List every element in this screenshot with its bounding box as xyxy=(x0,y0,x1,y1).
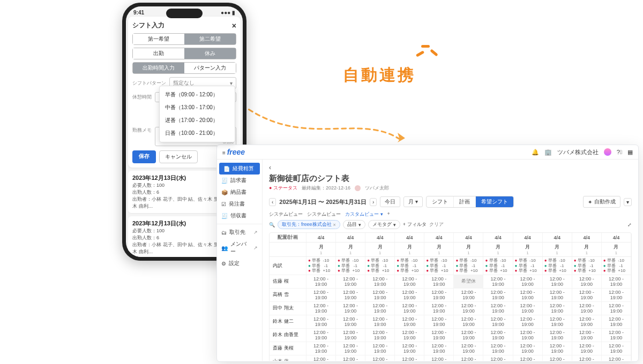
cancel-button[interactable]: キャンセル xyxy=(159,150,198,163)
time-cell[interactable]: 12:00 -19:00 xyxy=(424,315,454,328)
time-cell[interactable]: 12:00 -19:00 xyxy=(601,328,631,342)
auto-create-button[interactable]: ✦自動作成 xyxy=(583,196,620,208)
back-button[interactable]: ‹ xyxy=(269,164,632,171)
view-link-active[interactable]: カスタムビュー ▾ xyxy=(345,211,383,218)
time-cell[interactable]: 12:00 -19:00 xyxy=(513,275,542,288)
search-icon[interactable]: 🔍 xyxy=(269,222,275,228)
time-cell[interactable]: 12:00 -19:00 xyxy=(454,328,483,342)
time-cell[interactable]: 12:00 -19:00 xyxy=(365,301,395,315)
time-cell[interactable]: 12:00 -19:00 xyxy=(424,275,454,288)
sidebar-item-receipt[interactable]: 🧾 領収書 xyxy=(217,210,262,222)
sidebar-item-order[interactable]: ☑ 発注書 xyxy=(217,198,262,210)
time-cell[interactable]: 12:00 -19:00 xyxy=(365,342,395,355)
pattern-option[interactable]: 遅番（17:00 - 20:00） xyxy=(160,114,235,127)
time-cell[interactable]: 12:00 -19:00 xyxy=(336,315,365,328)
time-cell[interactable]: 12:00 -19:00 xyxy=(424,355,454,361)
time-cell[interactable]: 12:00 -19:00 xyxy=(336,275,365,288)
seg-mode-1[interactable]: 出勤時間入力 xyxy=(133,63,184,73)
time-cell[interactable]: 12:00 -19:00 xyxy=(454,355,483,361)
tab-plan[interactable]: 計画 xyxy=(454,196,476,207)
expand-icon[interactable]: ⤢ xyxy=(627,222,632,228)
pattern-dropdown[interactable]: 早番（09:00 - 12:00） 中番（13:00 - 17:00） 遅番（1… xyxy=(159,86,235,142)
time-cell[interactable]: 12:00 -19:00 xyxy=(395,288,424,301)
wish-cell[interactable]: 希望休 xyxy=(454,275,483,288)
sidebar-item-delivery[interactable]: 📦 納品書 xyxy=(217,186,262,198)
time-cell[interactable]: 12:00 -19:00 xyxy=(483,355,513,361)
save-button[interactable]: 保存 xyxy=(132,150,156,163)
sidebar-item-expense[interactable]: 📄 経費精算 xyxy=(219,163,260,175)
bell-icon[interactable]: 🔔 xyxy=(532,149,539,156)
pattern-option[interactable]: 中番（13:00 - 17:00） xyxy=(160,101,235,114)
time-cell[interactable]: 12:00 -19:00 xyxy=(542,288,572,301)
time-cell[interactable]: 12:00 -19:00 xyxy=(572,328,601,342)
time-cell[interactable]: 12:00 -19:00 xyxy=(513,288,542,301)
add-filter[interactable]: + フィルタ xyxy=(403,221,427,228)
view-link[interactable]: システムビュー xyxy=(307,211,341,218)
time-cell[interactable]: 12:00 -19:00 xyxy=(542,355,572,361)
time-cell[interactable]: 12:00 -19:00 xyxy=(454,301,483,315)
time-cell[interactable]: 12:00 -19:00 xyxy=(542,328,572,342)
hamburger-icon[interactable]: ≡ freee xyxy=(222,148,245,156)
time-cell[interactable]: 12:00 -19:00 xyxy=(483,315,513,328)
time-cell[interactable]: 12:00 -19:00 xyxy=(513,315,542,328)
time-cell[interactable]: 12:00 -19:00 xyxy=(306,288,336,301)
chip-memo[interactable]: メモタグ ▾ xyxy=(368,220,400,229)
time-cell[interactable]: 12:00 -19:00 xyxy=(306,328,336,342)
time-cell[interactable]: 12:00 -19:00 xyxy=(454,315,483,328)
time-cell[interactable]: 12:00 -19:00 xyxy=(572,288,601,301)
prev-button[interactable]: ‹ xyxy=(269,198,276,206)
time-cell[interactable]: 12:00 -19:00 xyxy=(542,275,572,288)
more-button[interactable]: ▾ xyxy=(624,198,632,206)
time-cell[interactable]: 12:00 -19:00 xyxy=(365,315,395,328)
time-cell[interactable]: 12:00 -19:00 xyxy=(572,342,601,355)
time-cell[interactable]: 12:00 -19:00 xyxy=(483,301,513,315)
time-cell[interactable]: 12:00 -19:00 xyxy=(601,355,631,361)
seg-attend[interactable]: 出勤 休み xyxy=(132,48,236,59)
seg-wish-1[interactable]: 第一希望 xyxy=(133,34,184,44)
time-cell[interactable]: 12:00 -19:00 xyxy=(424,342,454,355)
time-cell[interactable]: 12:00 -19:00 xyxy=(336,342,365,355)
sidebar-item-settings[interactable]: ⚙ 設定 xyxy=(217,257,262,269)
tab-shift[interactable]: シフト xyxy=(427,196,454,207)
company-name[interactable]: ツバメ株式会社 xyxy=(557,148,599,156)
time-cell[interactable]: 12:00 -19:00 xyxy=(601,288,631,301)
pattern-option[interactable]: 早番（09:00 - 12:00） xyxy=(160,88,235,101)
time-cell[interactable]: 12:00 -19:00 xyxy=(306,301,336,315)
seg-wish[interactable]: 第一希望 第二希望 xyxy=(132,33,236,45)
time-cell[interactable]: 12:00 -19:00 xyxy=(336,288,365,301)
pattern-option[interactable]: 日番（10:00 - 21:00） xyxy=(160,127,235,140)
time-cell[interactable]: 12:00 -19:00 xyxy=(424,328,454,342)
today-button[interactable]: 今日 xyxy=(380,196,400,207)
date-range[interactable]: 2025年1月1日 〜 2025年1月31日 xyxy=(279,198,367,206)
time-cell[interactable]: 12:00 -19:00 xyxy=(572,315,601,328)
sidebar-item-invoice[interactable]: 🧾 請求書 xyxy=(217,175,262,186)
time-cell[interactable]: 12:00 -19:00 xyxy=(601,342,631,355)
time-cell[interactable]: 12:00 -19:00 xyxy=(365,355,395,361)
time-cell[interactable]: 12:00 -19:00 xyxy=(336,355,365,361)
time-cell[interactable]: 12:00 -19:00 xyxy=(542,315,572,328)
time-cell[interactable]: 12:00 -19:00 xyxy=(542,301,572,315)
time-cell[interactable]: 12:00 -19:00 xyxy=(454,342,483,355)
time-cell[interactable]: 12:00 -19:00 xyxy=(572,301,601,315)
time-cell[interactable]: 12:00 -19:00 xyxy=(513,328,542,342)
time-cell[interactable]: 12:00 -19:00 xyxy=(601,275,631,288)
help-icon[interactable]: ?⃝ xyxy=(617,149,622,155)
seg-mode-2[interactable]: パターン入力 xyxy=(184,63,236,73)
time-cell[interactable]: 12:00 -19:00 xyxy=(572,355,601,361)
time-cell[interactable]: 12:00 -19:00 xyxy=(306,355,336,361)
time-cell[interactable]: 12:00 -19:00 xyxy=(483,342,513,355)
time-cell[interactable]: 12:00 -19:00 xyxy=(395,328,424,342)
time-cell[interactable]: 12:00 -19:00 xyxy=(395,301,424,315)
close-icon[interactable]: × xyxy=(232,21,236,30)
time-cell[interactable]: 12:00 -19:00 xyxy=(572,275,601,288)
time-cell[interactable]: 12:00 -19:00 xyxy=(601,301,631,315)
time-cell[interactable]: 12:00 -19:00 xyxy=(601,315,631,328)
time-cell[interactable]: 12:00 -19:00 xyxy=(542,342,572,355)
next-button[interactable]: › xyxy=(370,198,377,206)
clear-filters[interactable]: クリア xyxy=(429,221,444,228)
time-cell[interactable]: 12:00 -19:00 xyxy=(513,355,542,361)
view-tabs[interactable]: シフト 計画 希望シフト xyxy=(426,196,514,208)
time-cell[interactable]: 12:00 -19:00 xyxy=(395,342,424,355)
chip-item[interactable]: 品目 ▾ xyxy=(343,220,365,229)
seg-attend-2[interactable]: 休み xyxy=(184,48,236,59)
